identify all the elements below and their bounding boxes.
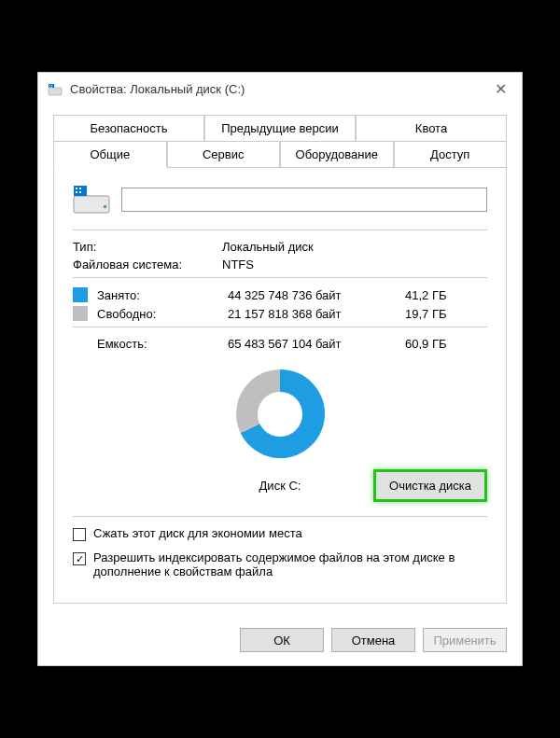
used-bytes: 44 325 748 736 байт: [228, 288, 405, 302]
svg-rect-10: [76, 191, 77, 193]
titlebar: Свойства: Локальный диск (C:) ✕: [38, 73, 522, 105]
filesystem-label: Файловая система:: [73, 258, 222, 272]
tabs-row-2: Общие Сервис Оборудование Доступ: [53, 141, 507, 167]
filesystem-row: Файловая система: NTFS: [73, 258, 487, 272]
free-row: Свободно: 21 157 818 368 байт 19,7 ГБ: [73, 306, 487, 321]
tabs-row-1: Безопасность Предыдущие версии Квота: [53, 115, 507, 141]
capacity-bytes: 65 483 567 104 байт: [228, 337, 405, 351]
tab-hardware[interactable]: Оборудование: [280, 141, 394, 168]
content-area: Безопасность Предыдущие версии Квота Общ…: [38, 105, 522, 617]
free-swatch-icon: [73, 306, 88, 321]
filesystem-value: NTFS: [222, 258, 254, 272]
svg-rect-2: [49, 85, 50, 86]
usage-pie-chart: [236, 369, 325, 458]
used-swatch-icon: [73, 287, 88, 302]
capacity-gb: 60,9 ГБ: [405, 337, 470, 351]
svg-rect-9: [79, 188, 81, 189]
divider: [73, 230, 487, 230]
drive-large-icon: [73, 185, 110, 215]
compress-checkbox[interactable]: [73, 528, 86, 541]
free-gb: 19,7 ГБ: [405, 307, 470, 321]
disk-label: Диск C:: [259, 479, 301, 493]
tab-tools[interactable]: Сервис: [167, 141, 281, 168]
compress-checkbox-label: Сжать этот диск для экономии места: [93, 526, 487, 540]
tab-previous-versions[interactable]: Предыдущие версии: [204, 115, 356, 142]
tab-quota[interactable]: Квота: [356, 115, 507, 142]
apply-button[interactable]: Применить: [423, 628, 507, 652]
svg-rect-11: [79, 191, 81, 193]
used-gb: 41,2 ГБ: [405, 288, 470, 302]
svg-rect-12: [104, 205, 106, 208]
svg-rect-6: [74, 196, 109, 213]
type-label: Тип:: [73, 240, 222, 254]
index-checkbox-label: Разрешить индексировать содержимое файло…: [93, 550, 487, 578]
divider: [73, 516, 487, 517]
dialog-buttons: ОК Отмена Применить: [38, 617, 522, 665]
free-bytes: 21 157 818 368 байт: [228, 307, 405, 321]
svg-rect-7: [74, 186, 87, 196]
type-row: Тип: Локальный диск: [73, 240, 487, 254]
drive-icon: [48, 82, 63, 97]
free-label: Свободно:: [97, 307, 228, 321]
svg-rect-5: [51, 87, 52, 88]
svg-rect-3: [51, 85, 52, 86]
index-checkbox-row: ✓ Разрешить индексировать содержимое фай…: [73, 550, 487, 578]
ok-button[interactable]: ОК: [240, 628, 324, 652]
svg-rect-8: [76, 188, 77, 189]
drive-name-row: [73, 185, 487, 215]
pie-chart-wrap: [73, 369, 487, 458]
window-title: Свойства: Локальный диск (C:): [70, 82, 489, 96]
cancel-button[interactable]: Отмена: [331, 628, 415, 652]
svg-rect-4: [49, 87, 50, 88]
index-checkbox[interactable]: ✓: [73, 552, 86, 565]
capacity-label: Емкость:: [97, 337, 228, 351]
compress-checkbox-row: Сжать этот диск для экономии места: [73, 526, 487, 541]
tab-body-general: Тип: Локальный диск Файловая система: NT…: [53, 167, 507, 604]
type-value: Локальный диск: [222, 240, 314, 254]
properties-dialog: Свойства: Локальный диск (C:) ✕ Безопасн…: [37, 72, 523, 666]
svg-rect-0: [49, 88, 62, 95]
drive-name-input[interactable]: [121, 188, 487, 212]
disk-label-row: Диск C: Очистка диска: [73, 469, 487, 501]
capacity-row: Емкость: 65 483 567 104 байт 60,9 ГБ: [73, 337, 487, 351]
tab-sharing[interactable]: Доступ: [394, 141, 508, 168]
close-button[interactable]: ✕: [489, 80, 512, 98]
divider: [73, 327, 487, 327]
tab-general[interactable]: Общие: [53, 141, 167, 168]
used-row: Занято: 44 325 748 736 байт 41,2 ГБ: [73, 287, 487, 302]
used-label: Занято:: [97, 288, 228, 302]
disk-cleanup-button[interactable]: Очистка диска: [373, 469, 487, 502]
divider: [73, 277, 487, 278]
tab-security[interactable]: Безопасность: [53, 115, 204, 142]
